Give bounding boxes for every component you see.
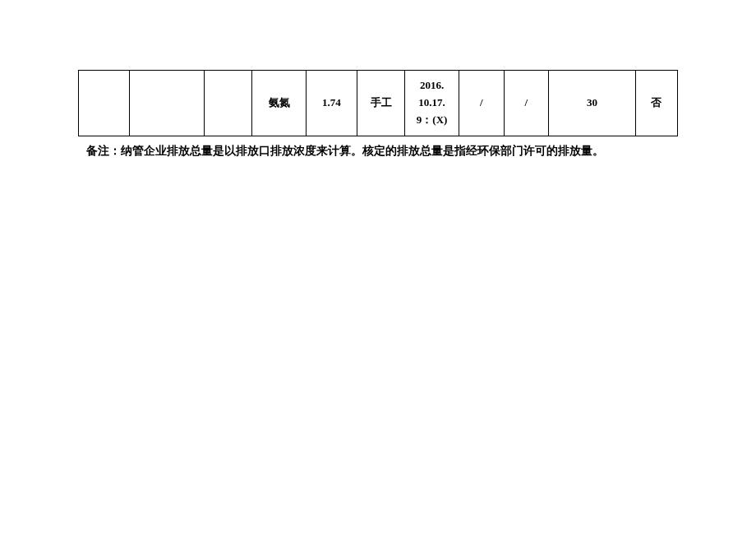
emissions-table: 氨氮 1.74 手工 2016. 10.17. 9：(X) / / 30 否 [78, 70, 678, 136]
cell-value: 1.74 [307, 71, 357, 136]
footnote: 备注：纳管企业排放总量是以排放口排放浓度来计算。核定的排放总量是指经环保部门许可… [78, 136, 678, 161]
cell-method: 手工 [357, 71, 404, 136]
cell-date: 2016. 10.17. 9：(X) [405, 71, 459, 136]
cell-1 [79, 71, 130, 136]
cell-limit: 30 [549, 71, 636, 136]
cell-8: / [459, 71, 504, 136]
cell-9: / [504, 71, 549, 136]
cell-exceed: 否 [635, 71, 677, 136]
cell-pollutant: 氨氮 [252, 71, 307, 136]
table-row: 氨氮 1.74 手工 2016. 10.17. 9：(X) / / 30 否 [79, 71, 678, 136]
cell-3 [205, 71, 252, 136]
cell-2 [129, 71, 204, 136]
